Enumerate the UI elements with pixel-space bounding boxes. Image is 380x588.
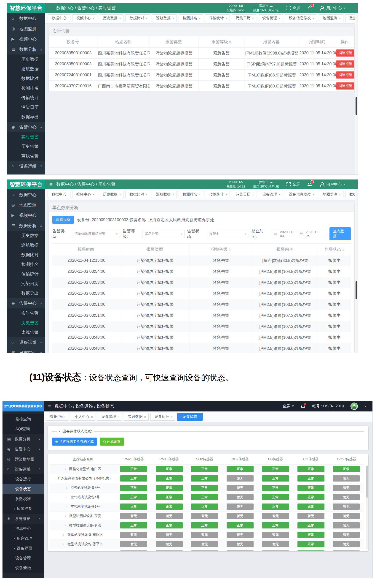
tab-close-icon[interactable]: ×	[252, 193, 254, 196]
tab[interactable]: 检测排名 ×	[179, 191, 203, 198]
tab[interactable]: 数据中心	[48, 14, 70, 22]
column-header[interactable]: 站点名称	[98, 36, 150, 48]
tab[interactable]: 设备信息修改 ×	[285, 191, 317, 198]
sidebar-item[interactable]: 设备新增	[2, 563, 44, 573]
sidebar-item[interactable]: 历史告警	[7, 318, 45, 328]
user-avatar[interactable]	[350, 402, 358, 410]
tab-close-icon[interactable]: ×	[146, 193, 148, 196]
tab[interactable]: 地图监测 ×	[319, 14, 343, 22]
alarm-status-select[interactable]: 报警中∨	[207, 230, 249, 238]
sidebar-item[interactable]: ◎ 地图监测	[7, 200, 45, 210]
clear-alarm-button[interactable]: 消除报警	[336, 83, 354, 89]
tab[interactable]: 历史数据 ×	[99, 14, 123, 22]
alarm-type-select[interactable]: 污染物浓度超标报警∨	[72, 230, 120, 238]
column-header[interactable]: 报警内容	[245, 36, 299, 48]
cell-site-name[interactable]: ›空气站测试设备8号	[50, 502, 116, 511]
alarm-level-select[interactable]: 紧急告警∨	[142, 230, 185, 238]
cell-site-name[interactable]: ›微型站测试设备-惠阳区	[50, 530, 116, 540]
tab-close-icon[interactable]: ×	[172, 17, 174, 20]
scrollbar-thumb[interactable]	[356, 97, 357, 115]
sidebar-item[interactable]: ▤ 数据分析 ∧	[7, 220, 45, 231]
cell-site-name[interactable]: ›微型站测试设备-罗湖	[50, 521, 116, 530]
clear-alarm-button[interactable]: 消除报警	[336, 49, 354, 57]
sidebar-item[interactable]: ▸ 预警控制	[2, 504, 44, 514]
sidebar-item[interactable]: 污染日历	[7, 279, 45, 289]
sidebar-item[interactable]: ⌂ 数据中心	[7, 189, 45, 200]
sidebar-item[interactable]: ◉ 告警中心 ∧	[7, 298, 45, 308]
sidebar-item[interactable]: 监控查询	[2, 414, 44, 424]
column-header[interactable]: 告警状态⇅	[318, 244, 351, 255]
tab[interactable]: 数据比对 ×	[125, 191, 150, 198]
tab[interactable]: 个人中心 ×	[71, 413, 95, 421]
hamburger-menu-icon[interactable]: ≡	[48, 403, 51, 409]
sidebar-item[interactable]: ◉ 告警中心 ∨	[2, 444, 44, 454]
column-header[interactable]: 报警时间	[299, 36, 336, 48]
sidebar-item[interactable]: 设备运行	[2, 474, 44, 484]
tab[interactable]: 实时数据 ×	[124, 413, 148, 421]
tab[interactable]: 巡航数据 ×	[152, 14, 177, 22]
scrollbar[interactable]	[355, 189, 358, 353]
hamburger-menu-icon[interactable]: ≡	[49, 5, 53, 11]
sort-icon[interactable]: ⇅	[228, 248, 231, 252]
sort-icon[interactable]: ⇅	[342, 248, 344, 252]
cell-site-name[interactable]: ›微型站测试设备-恩平市	[50, 540, 116, 549]
clear-alarm-button[interactable]: 消除报警	[336, 71, 354, 79]
sidebar-item[interactable]: 历史数据	[7, 55, 45, 64]
user-center-menu[interactable]: 用户中心 ▾	[320, 5, 345, 11]
tab[interactable]: 传输统计 ×	[205, 191, 230, 198]
tab[interactable]: 数据比对 ×	[125, 14, 150, 22]
expand-row-icon[interactable]: ›	[66, 486, 67, 489]
sidebar-item[interactable]: ▸ 用户管理	[2, 533, 44, 543]
sidebar-item[interactable]: 数据导出	[7, 289, 45, 298]
sidebar-item[interactable]: 离线告警	[7, 151, 45, 161]
expand-row-icon[interactable]: ›	[63, 542, 64, 546]
scrollbar-thumb[interactable]	[366, 466, 368, 498]
tab[interactable]: 传输统计 ×	[205, 14, 230, 22]
reset-settings-button[interactable]: Q 还原设置	[100, 438, 124, 446]
tab[interactable]: 污染日历 ×	[232, 191, 256, 198]
sidebar-item[interactable]: 污染日历	[7, 103, 45, 112]
tab-close-icon[interactable]: ×	[313, 193, 314, 196]
date-range-picker[interactable]: ▦ 2020-11-03 至 2020-11-05	[271, 230, 325, 238]
fullscreen-button[interactable]: 全屏	[286, 6, 300, 11]
select-region-button[interactable]: ⊕ 请选择需要查看的区域	[52, 438, 97, 446]
tab-close-icon[interactable]: ×	[198, 415, 200, 419]
tab[interactable]: 数据中心	[48, 191, 70, 198]
tab-close-icon[interactable]: ×	[199, 17, 201, 20]
sidebar-item[interactable]: 消息中心	[2, 524, 44, 533]
expand-row-icon[interactable]: ›	[66, 504, 67, 508]
tab-close-icon[interactable]: ×	[171, 415, 173, 419]
tab-close-icon[interactable]: ×	[226, 193, 227, 196]
tab-close-icon[interactable]: ×	[146, 17, 148, 20]
column-header[interactable]: 报警类型	[121, 244, 190, 255]
sidebar-item[interactable]: ▣ 日志管理 ∨	[7, 348, 45, 353]
sidebar-item[interactable]: ○ 设备运维 ∨	[7, 337, 45, 348]
tab[interactable]: 设备信息修改 ×	[285, 14, 317, 22]
user-center-menu[interactable]: 用户中心 ▾	[320, 182, 345, 187]
cell-site-name[interactable]: ›空气站测试设备5号	[50, 483, 116, 493]
column-header[interactable]: 报警内容	[252, 244, 318, 255]
fullscreen-button[interactable]: 全屏 ↗	[283, 404, 294, 409]
cell-site-name[interactable]: ›微型站测试设备-	[50, 549, 116, 551]
query-data-button[interactable]: 查询数据	[329, 227, 351, 240]
tab-close-icon[interactable]: ×	[339, 193, 341, 196]
column-header[interactable]: 报警等级⇅	[198, 36, 244, 48]
sidebar-item[interactable]: ▤ 数据分析 ∨	[2, 434, 44, 444]
tab[interactable]: 设备运行 ×	[151, 413, 175, 421]
sidebar-item[interactable]: ○ 设备运维 ∧	[2, 464, 44, 474]
tab[interactable]: 设备管理 ×	[258, 14, 283, 22]
tab[interactable]: 设备管理 ×	[97, 413, 122, 421]
tab-close-icon[interactable]: ×	[252, 17, 254, 20]
sidebar-item[interactable]: AQI查询	[2, 424, 44, 434]
sidebar-item[interactable]: 传输统计	[7, 93, 45, 103]
sidebar-item[interactable]: ◎ 地图监测	[7, 23, 45, 34]
sidebar-item[interactable]: ▸ 设备界面	[2, 543, 44, 553]
sidebar-item[interactable]: 设备状态	[2, 484, 44, 494]
sidebar-item[interactable]: 历史告警	[7, 142, 45, 151]
cell-site-name[interactable]: ›广东新兴铸管有限公司（环冷机房）	[50, 474, 116, 483]
fullscreen-button[interactable]: 全屏	[286, 182, 300, 187]
tab[interactable]: 检测排名 ×	[179, 14, 203, 22]
sidebar-item[interactable]: 传输统计	[7, 269, 45, 279]
tab-close-icon[interactable]: ×	[144, 415, 146, 419]
column-header[interactable]: 报警等级⇅	[190, 244, 252, 255]
